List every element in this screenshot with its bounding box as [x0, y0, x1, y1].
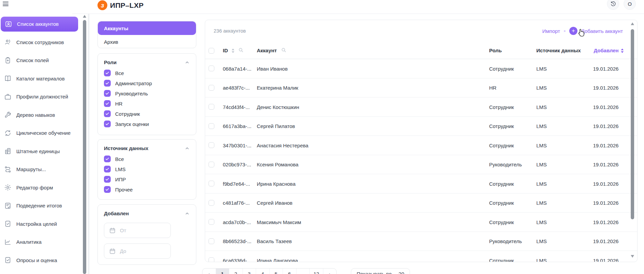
- date-from-input[interactable]: От: [104, 223, 171, 238]
- sort-added-control[interactable]: [621, 49, 624, 53]
- sidebar-item-12[interactable]: Аналитика: [0, 233, 79, 251]
- building-icon: [4, 147, 12, 155]
- tab-accounts[interactable]: Аккаунты: [98, 21, 196, 35]
- add-account-button[interactable]: Добавить аккаунт: [581, 28, 623, 34]
- sidebar-item-9[interactable]: Редактор форм: [0, 178, 79, 197]
- sidebar-item-label: Список полей: [16, 57, 49, 63]
- sidebar-item-8[interactable]: Маршруты...: [0, 160, 79, 179]
- sidebar-item-4[interactable]: Профили должностей: [0, 88, 79, 106]
- scroll-up-icon[interactable]: [631, 22, 634, 25]
- page-next-button[interactable]: ›: [323, 269, 337, 274]
- sidebar-item-7[interactable]: Штатные единицы: [0, 142, 79, 160]
- account-card-icon: [5, 20, 12, 28]
- chevron-up-icon[interactable]: [184, 146, 190, 151]
- table-row[interactable]: acda7c0b-...Максимыч МаксимСотрудникLMS1…: [205, 213, 637, 232]
- import-button[interactable]: Импорт: [542, 28, 560, 34]
- sort-id-control[interactable]: [232, 49, 234, 53]
- scroll-up-icon[interactable]: [83, 15, 86, 18]
- page-button-6[interactable]: 6: [283, 269, 297, 274]
- search-id-icon[interactable]: [238, 47, 244, 53]
- checkbox-checked-icon[interactable]: [104, 176, 111, 183]
- row-checkbox[interactable]: [209, 104, 214, 110]
- page-button-1[interactable]: 1: [216, 269, 230, 274]
- sidebar-item-3[interactable]: Каталог материалов: [0, 69, 79, 88]
- tab-archive[interactable]: Архив: [98, 35, 196, 48]
- page-prev-button[interactable]: ‹: [202, 269, 216, 274]
- table-row[interactable]: 068a7a14-...Иван ИвановСотрудникLMS19.01…: [205, 59, 637, 78]
- row-checkbox[interactable]: [209, 238, 214, 244]
- user-avatar[interactable]: O: [624, 0, 636, 10]
- checkbox-checked-icon[interactable]: [104, 156, 111, 162]
- scrollbar-thumb[interactable]: [631, 29, 634, 219]
- page-button-5[interactable]: 5: [270, 269, 283, 274]
- table-row[interactable]: 8b66523d-...Василь ТазеевРуководительLMS…: [205, 232, 637, 251]
- dot-separator: [564, 30, 566, 32]
- row-checkbox[interactable]: [209, 219, 214, 225]
- chevron-up-icon[interactable]: [184, 211, 190, 216]
- sidebar-item-5[interactable]: Дерево навыков: [0, 106, 79, 124]
- checkbox-checked-icon[interactable]: [104, 100, 111, 107]
- sidebar-item-11[interactable]: Настройка целей: [0, 215, 79, 233]
- sidebar-item-1[interactable]: Список сотрудников: [0, 33, 79, 51]
- add-account-plus-icon[interactable]: +: [569, 27, 577, 35]
- table-row[interactable]: 74cd43f4-...Денис КостюшкинСотрудникLMS1…: [205, 97, 637, 117]
- page-button-3[interactable]: 3: [243, 269, 256, 274]
- sidebar-item-label: Штатные единицы: [16, 148, 60, 154]
- cell-role: Руководитель: [489, 162, 522, 167]
- page-size-value: 20: [398, 271, 404, 274]
- sidebar-item-6[interactable]: Циклическое обучение: [0, 124, 79, 142]
- page-button-4[interactable]: 4: [256, 269, 270, 274]
- row-checkbox[interactable]: [209, 257, 214, 262]
- page-button-...[interactable]: ...: [297, 269, 310, 274]
- row-checkbox[interactable]: [209, 142, 214, 148]
- table-row[interactable]: 347b0301-...Анастасия НестереваСотрудник…: [205, 136, 637, 155]
- sidebar-item-0[interactable]: Список аккаунтов: [1, 17, 78, 32]
- sidebar-scrollbar[interactable]: [83, 14, 87, 274]
- table-row[interactable]: 6617a3ba-...Сергей ПилатовСотрудникLMS19…: [205, 117, 637, 136]
- checkbox-checked-icon[interactable]: [104, 166, 111, 172]
- select-all-checkbox[interactable]: [209, 48, 214, 54]
- history-button[interactable]: [607, 0, 619, 10]
- clipboard-plus-icon: [4, 57, 12, 64]
- filter-option-label: Все: [115, 70, 124, 76]
- table-row[interactable]: 020bc973-...Ксения РомановаРуководительL…: [205, 155, 637, 175]
- checkbox-checked-icon[interactable]: [104, 121, 111, 127]
- scroll-down-icon[interactable]: [631, 255, 634, 258]
- row-checkbox[interactable]: [209, 200, 214, 206]
- cell-role: Сотрудник: [489, 104, 514, 110]
- table-row[interactable]: 6ca6336d-...Ирина ЛангароваСотрудникLMS1…: [205, 251, 637, 262]
- checkbox-checked-icon[interactable]: [104, 70, 111, 76]
- date-to-input[interactable]: До: [104, 243, 171, 259]
- hamburger-menu-icon[interactable]: [3, 2, 8, 6]
- row-checkbox[interactable]: [209, 123, 214, 129]
- page-size-select[interactable]: Показывать по 20: [351, 268, 410, 274]
- sidebar-item-10[interactable]: Подведение итогов: [0, 197, 79, 215]
- row-checkbox[interactable]: [209, 85, 214, 91]
- row-checkbox[interactable]: [209, 181, 214, 186]
- cell-added: 19.01.2026: [593, 104, 619, 110]
- table-row[interactable]: f9bd7e64-...Ирина КрасноваСотрудникLMS19…: [205, 174, 637, 194]
- source-option-list: ВсеLMSИПРПрочее: [104, 154, 190, 195]
- checkbox-checked-icon[interactable]: [104, 110, 111, 117]
- cell-role: HR: [489, 85, 497, 91]
- cell-added: 19.01.2026: [593, 85, 619, 91]
- table-row[interactable]: ae483f7c-...Екатерина МаликHRLMS19.01.20…: [205, 78, 637, 98]
- cell-added: 19.01.2026: [593, 162, 619, 167]
- cell-role: Сотрудник: [489, 66, 514, 71]
- scrollbar-thumb[interactable]: [83, 20, 86, 274]
- checkbox-checked-icon[interactable]: [104, 90, 111, 97]
- page-button-2[interactable]: 2: [229, 269, 243, 274]
- table-scrollbar[interactable]: [630, 20, 634, 262]
- cell-id: c481af76-...: [223, 200, 250, 206]
- row-checkbox[interactable]: [209, 66, 214, 71]
- checkbox-checked-icon[interactable]: [104, 186, 111, 193]
- row-checkbox[interactable]: [209, 162, 214, 167]
- checkbox-checked-icon[interactable]: [104, 80, 111, 87]
- page-button-12[interactable]: 12: [310, 269, 323, 274]
- table-row[interactable]: c481af76-...Сергей ИвановСотрудникLMS19.…: [205, 194, 637, 213]
- sidebar-item-2[interactable]: Список полей: [0, 51, 79, 70]
- filter-option: Администратор: [104, 78, 190, 88]
- search-account-icon[interactable]: [281, 47, 287, 53]
- sidebar-item-13[interactable]: Опросы и оценка: [0, 251, 79, 269]
- chevron-up-icon[interactable]: [184, 60, 190, 65]
